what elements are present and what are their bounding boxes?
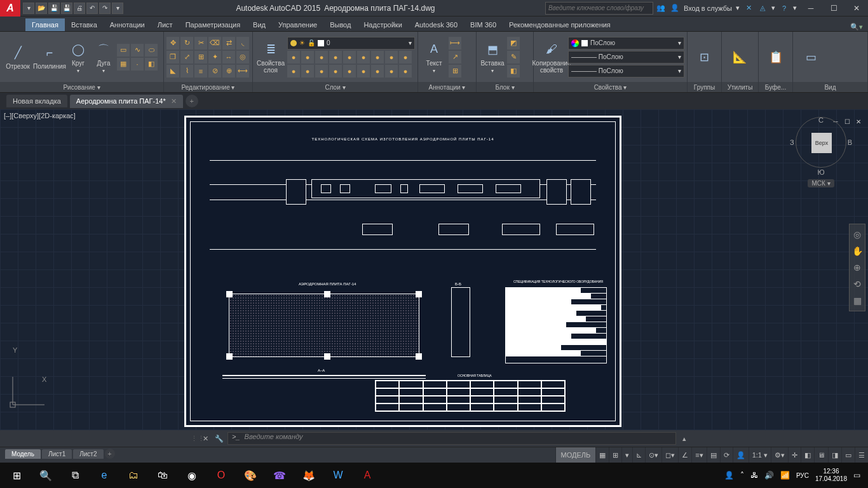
viewport-label[interactable]: [–][Сверху][2D-каркас] <box>4 112 76 119</box>
qat-open[interactable]: 📂 <box>36 3 47 14</box>
layer-tool-2[interactable]: ● <box>301 51 314 64</box>
viewcube[interactable]: Верх С Ю В З МСК ▾ <box>789 117 853 187</box>
cmd-handle-icon[interactable]: ⋮⋮ <box>191 435 197 443</box>
panel-properties-title[interactable]: Свойства ▾ <box>534 82 687 92</box>
panel-annotation-title[interactable]: Аннотации ▾ <box>418 82 476 92</box>
ellipse-icon[interactable]: ⬭ <box>145 44 158 57</box>
status-grid-icon[interactable]: ▦ <box>595 447 609 463</box>
cmd-config-icon[interactable]: 🔧 <box>214 433 225 444</box>
edit-attr-icon[interactable]: ◧ <box>507 65 520 78</box>
qat-redo[interactable]: ↷ <box>99 3 111 14</box>
panel-utilities-title[interactable]: Утилиты <box>722 82 758 92</box>
tab-home[interactable]: Главная <box>25 18 65 31</box>
blend-icon[interactable]: ⌇ <box>180 65 193 78</box>
match-prop-button[interactable]: 🖌Копирование свойств <box>536 34 567 80</box>
layer-tool-10[interactable]: ● <box>287 65 300 78</box>
layer-tool-15[interactable]: ● <box>357 65 370 78</box>
tab-addins[interactable]: Надстройки <box>357 18 408 31</box>
measure-button[interactable]: 📐 <box>724 34 755 80</box>
status-osnap-icon[interactable]: ◻▾ <box>661 447 678 463</box>
maximize-button[interactable]: ☐ <box>822 0 845 17</box>
line-button[interactable]: ╱Отрезок <box>3 34 33 80</box>
tray-wifi-icon[interactable]: 📶 <box>780 471 790 480</box>
nav-pan-icon[interactable]: ✋ <box>851 245 864 257</box>
circle-button[interactable]: ◯Круг▾ <box>66 34 90 80</box>
nav-zoom-icon[interactable]: ⊕ <box>851 261 864 274</box>
status-scale[interactable]: 1:1 ▾ <box>749 447 771 463</box>
layer-tool-12[interactable]: ● <box>315 65 328 78</box>
panel-groups-title[interactable]: Группы <box>688 82 721 92</box>
start-button[interactable]: ⊞ <box>3 463 31 488</box>
move-icon[interactable]: ✥ <box>166 37 179 50</box>
signin-label[interactable]: Вход в службы <box>684 4 732 12</box>
close-button[interactable]: ✕ <box>845 0 868 17</box>
panel-block-title[interactable]: Блок ▾ <box>477 82 533 92</box>
edge-icon[interactable]: e <box>90 463 118 488</box>
app1-icon[interactable]: 🎨 <box>236 463 264 488</box>
status-custom-icon[interactable]: ☰ <box>855 447 868 463</box>
table-icon[interactable]: ⊞ <box>449 65 461 78</box>
status-ortho-icon[interactable]: ⊾ <box>632 447 645 463</box>
layer-tool-11[interactable]: ● <box>301 65 314 78</box>
status-lw-icon[interactable]: ≡▾ <box>691 447 706 463</box>
layer-tool-6[interactable]: ● <box>357 51 370 64</box>
search-taskbar-icon[interactable]: 🔍 <box>32 463 60 488</box>
viber-icon[interactable]: ☎ <box>266 463 294 488</box>
rectangle-icon[interactable]: ▭ <box>117 44 130 57</box>
region-icon[interactable]: ◧ <box>145 58 158 71</box>
layer-tool-9[interactable]: ● <box>399 51 412 64</box>
create-block-icon[interactable]: ◩ <box>507 37 520 50</box>
panel-view-title[interactable]: Вид <box>793 82 867 92</box>
status-trans-icon[interactable]: ▤ <box>707 447 720 463</box>
layer-tool-14[interactable]: ● <box>343 65 356 78</box>
status-snap-icon[interactable]: ⊞ <box>609 447 621 463</box>
status-otrack-icon[interactable]: ∠ <box>678 447 691 463</box>
qat-undo[interactable]: ↶ <box>86 3 98 14</box>
viewcube-face[interactable]: Верх <box>811 133 832 153</box>
erase-icon[interactable]: ⌫ <box>208 37 221 50</box>
base-view-button[interactable]: ▭ <box>796 34 826 80</box>
qat-more[interactable]: ▾ <box>112 3 123 14</box>
action-center-icon[interactable]: ▭ <box>853 471 860 480</box>
tray-vol-icon[interactable]: 🔊 <box>764 471 774 480</box>
copy-icon[interactable]: ❐ <box>166 51 179 64</box>
status-polar-icon[interactable]: ⊙▾ <box>645 447 661 463</box>
group-button[interactable]: ⊡ <box>690 34 719 80</box>
mirror-icon[interactable]: ⇄ <box>222 37 235 50</box>
drawing-canvas[interactable]: [–][Сверху][2D-каркас] ─ ☐ ✕ ТЕХНОЛОГИЧЕ… <box>0 109 868 430</box>
layer-tool-13[interactable]: ● <box>329 65 342 78</box>
qat-saveas[interactable]: 💾 <box>61 3 72 14</box>
filetab-doc[interactable]: Аеродромна плита ПАГ-14*✕ <box>70 95 183 108</box>
scale-icon[interactable]: ⤢ <box>180 51 193 64</box>
paste-button[interactable]: 📋 <box>761 34 790 80</box>
status-ws-icon[interactable]: ◧ <box>801 447 814 463</box>
status-hw-icon[interactable]: 🖥 <box>814 447 828 463</box>
tab-output[interactable]: Вывод <box>323 18 357 31</box>
explode-icon[interactable]: ✦ <box>208 51 221 64</box>
spline-icon[interactable]: ∿ <box>131 44 144 57</box>
autocad-taskbar-icon[interactable]: A <box>353 463 381 488</box>
nav-wheel-icon[interactable]: ◎ <box>851 228 864 241</box>
dim-linear-icon[interactable]: ⟼ <box>449 37 461 50</box>
array-icon[interactable]: ⊞ <box>194 51 207 64</box>
layout-sheet1[interactable]: Лист1 <box>42 449 72 459</box>
taskview-icon[interactable]: ⧉ <box>61 463 89 488</box>
align-icon[interactable]: ≡ <box>194 65 207 78</box>
tray-up-icon[interactable]: ˄ <box>740 471 744 480</box>
status-cycle-icon[interactable]: ⟳ <box>720 447 733 463</box>
qat-new[interactable]: ▾ <box>23 3 34 14</box>
panel-modify-title[interactable]: Редактирование ▾ <box>164 82 252 92</box>
command-input[interactable]: >_ Введите команду <box>227 432 676 445</box>
opera-icon[interactable]: O <box>207 463 235 488</box>
layer-tool-3[interactable]: ● <box>315 51 328 64</box>
edit-block-icon[interactable]: ✎ <box>507 51 520 64</box>
help-icon[interactable]: ? <box>779 3 789 13</box>
lineweight-dropdown[interactable]: ———— ПоСлою▾ <box>568 51 684 64</box>
layer-tool-17[interactable]: ● <box>385 65 398 78</box>
chrome-icon[interactable]: ◉ <box>178 463 206 488</box>
status-more1[interactable]: ▾ <box>621 447 632 463</box>
cmd-close-icon[interactable]: ✕ <box>200 433 211 444</box>
add-tab-button[interactable]: + <box>186 95 198 107</box>
tray-people-icon[interactable]: 👤 <box>724 471 734 480</box>
rotate-icon[interactable]: ↻ <box>180 37 193 50</box>
